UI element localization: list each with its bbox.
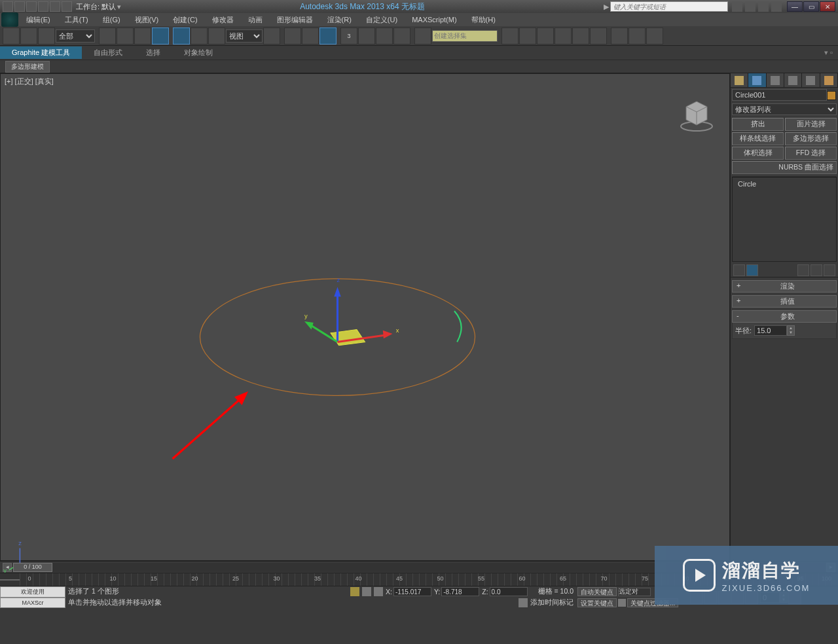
time-slider-thumb[interactable]: 0 / 100 xyxy=(13,563,52,572)
select-move-icon[interactable] xyxy=(173,27,190,45)
viewport[interactable]: [+] [正交] [真实] z y x xyxy=(0,73,730,561)
mod-patch-select-button[interactable]: 面片选择 xyxy=(785,118,837,131)
menu-tools[interactable]: 工具(T) xyxy=(58,15,95,25)
stack-item-circle[interactable]: Circle xyxy=(738,180,831,188)
mod-vol-select-button[interactable]: 体积选择 xyxy=(732,147,784,160)
link-icon[interactable] xyxy=(62,1,72,12)
ribbon-tab-graphite[interactable]: Graphite 建模工具 xyxy=(0,46,82,59)
ribbon-tab-selection[interactable]: 选择 xyxy=(134,46,172,59)
key-mode-input[interactable] xyxy=(618,588,651,596)
viewcube[interactable] xyxy=(677,94,716,133)
mod-ffd-select-button[interactable]: FFD 选择 xyxy=(785,147,837,160)
use-center-icon[interactable] xyxy=(263,27,280,45)
render-setup-icon[interactable] xyxy=(611,27,628,45)
ref-coord-dropdown[interactable]: 视图 xyxy=(226,29,263,43)
coord-x-input[interactable] xyxy=(393,587,431,596)
menu-create[interactable]: 创建(C) xyxy=(166,15,204,25)
selection-set-input[interactable] xyxy=(432,30,498,42)
mod-nurbs-button[interactable]: NURBS 曲面选择 xyxy=(732,161,837,174)
mod-spline-select-button[interactable]: 样条线选择 xyxy=(732,132,784,145)
isolate-icon[interactable] xyxy=(362,587,371,596)
menu-customize[interactable]: 自定义(U) xyxy=(359,15,404,25)
close-button[interactable]: ✕ xyxy=(820,1,835,12)
curve-editor-icon[interactable] xyxy=(555,27,572,45)
add-time-tag[interactable]: 添加时间标记 xyxy=(530,598,574,607)
schematic-view-icon[interactable] xyxy=(572,27,589,45)
select-region-icon[interactable] xyxy=(134,27,151,45)
select-rotate-icon[interactable] xyxy=(191,27,208,45)
spinner-updown[interactable]: ▲▼ xyxy=(787,325,795,336)
ribbon-tab-freeform[interactable]: 自由形式 xyxy=(82,46,134,59)
help-icon[interactable] xyxy=(771,1,782,12)
motion-tab-icon[interactable] xyxy=(784,73,802,87)
menu-edit[interactable]: 编辑(E) xyxy=(20,15,57,25)
xform-type-icon[interactable] xyxy=(374,587,383,596)
create-tab-icon[interactable] xyxy=(731,73,748,87)
modifier-stack[interactable]: Circle xyxy=(732,177,837,262)
rollout-interp-header[interactable]: +插值 xyxy=(732,295,837,308)
ribbon-collapse-icon[interactable]: ▾ ▫ xyxy=(819,48,838,57)
display-tab-icon[interactable] xyxy=(802,73,820,87)
window-crossing-icon[interactable] xyxy=(152,27,169,45)
make-unique-icon[interactable] xyxy=(797,264,809,276)
rendered-frame-icon[interactable] xyxy=(628,27,646,45)
menu-modifiers[interactable]: 修改器 xyxy=(206,15,240,25)
time-tag-icon[interactable] xyxy=(519,598,528,607)
new-icon[interactable] xyxy=(3,1,13,12)
select-scale-icon[interactable] xyxy=(208,27,225,45)
workspace-label[interactable]: 工作台: 默认 xyxy=(76,2,116,12)
percent-snap-icon[interactable] xyxy=(376,27,393,45)
trackbar-toggle-icon[interactable] xyxy=(0,579,20,581)
configure-sets-icon[interactable] xyxy=(824,264,835,276)
star-icon[interactable] xyxy=(758,1,769,12)
modify-tab-icon[interactable] xyxy=(748,73,766,87)
material-editor-icon[interactable] xyxy=(590,27,607,45)
maximize-button[interactable]: ▭ xyxy=(803,1,819,12)
align-icon[interactable] xyxy=(519,27,536,45)
mod-extrude-button[interactable]: 挤出 xyxy=(732,118,784,131)
menu-animation[interactable]: 动画 xyxy=(242,15,269,25)
save-icon[interactable] xyxy=(26,1,37,12)
spinner-snap-icon[interactable] xyxy=(393,27,410,45)
radius-spinner[interactable]: ▲▼ xyxy=(754,325,795,336)
set-key-button[interactable]: 设置关键点 xyxy=(577,598,617,607)
redo-icon[interactable] xyxy=(50,1,60,12)
angle-snap-icon[interactable] xyxy=(358,27,375,45)
object-color-swatch[interactable] xyxy=(827,91,836,100)
coord-z-input[interactable] xyxy=(490,587,528,596)
mirror-icon[interactable] xyxy=(501,27,519,45)
unlink-tool-icon[interactable] xyxy=(20,27,37,45)
lock-selection-icon[interactable] xyxy=(350,587,359,596)
coord-y-input[interactable] xyxy=(441,587,479,596)
help-search-input[interactable] xyxy=(610,1,728,12)
rotation-handle[interactable] xyxy=(454,311,462,342)
menu-views[interactable]: 视图(V) xyxy=(128,15,166,25)
rollout-params-header[interactable]: -参数 xyxy=(732,310,837,323)
app-logo-icon[interactable] xyxy=(1,12,18,27)
auto-key-button[interactable]: 自动关键点 xyxy=(577,587,617,596)
pin-stack-icon[interactable] xyxy=(733,264,745,276)
layers-icon[interactable] xyxy=(537,27,554,45)
snap-toggle-icon[interactable] xyxy=(319,27,337,45)
mod-poly-select-button[interactable]: 多边形选择 xyxy=(785,132,837,145)
hierarchy-tab-icon[interactable] xyxy=(767,73,784,87)
menu-rendering[interactable]: 渲染(R) xyxy=(321,15,358,25)
ribbon-tab-objectpaint[interactable]: 对象绘制 xyxy=(172,46,225,59)
maxscript-listener-button[interactable]: MAXScr xyxy=(0,598,65,609)
bind-spacewarp-icon[interactable] xyxy=(38,27,55,45)
menu-help[interactable]: 帮助(H) xyxy=(465,15,502,25)
key-icon[interactable] xyxy=(618,599,626,607)
selection-filter-dropdown[interactable]: 全部 xyxy=(56,29,95,43)
select-manipulate-icon[interactable] xyxy=(284,27,301,45)
ribbon-subtab-polymodeling[interactable]: 多边形建模 xyxy=(5,61,50,73)
render-production-icon[interactable] xyxy=(646,27,663,45)
menu-graph-editors[interactable]: 图形编辑器 xyxy=(270,15,319,25)
rollout-render-header[interactable]: +渲染 xyxy=(732,280,837,293)
modifier-list-dropdown[interactable]: 修改器列表 xyxy=(732,103,837,115)
welcome-button[interactable]: 欢迎使用 xyxy=(0,586,65,598)
radius-input[interactable] xyxy=(754,325,787,336)
exchange-icon[interactable] xyxy=(745,1,756,12)
select-by-name-icon[interactable] xyxy=(117,27,134,45)
undo-icon[interactable] xyxy=(38,1,48,12)
named-selset-icon[interactable] xyxy=(414,27,431,45)
